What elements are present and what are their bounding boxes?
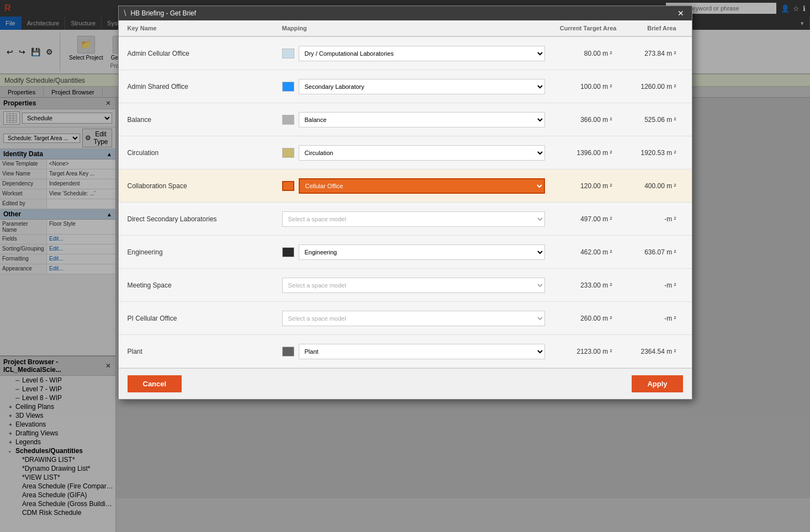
modal-back-icon: \	[124, 9, 126, 18]
mapping-cell-admin-cellular: Dry / Computational Laboratories	[282, 46, 545, 61]
modal-rows-container[interactable]: Admin Cellular Office Dry / Computationa…	[119, 37, 692, 368]
modal-overlay: \ HB Briefing - Get Brief ✕ Key Name Map…	[0, 0, 810, 532]
modal-row-admin-shared: Admin Shared Office Secondary Laboratory…	[119, 70, 692, 103]
modal-apply-button[interactable]: Apply	[632, 375, 682, 392]
key-name-pi-cellular: PI Cellular Office	[128, 315, 282, 322]
mapping-select-engineering[interactable]: Engineering	[299, 244, 545, 260]
brief-pi-cellular: -m ²	[617, 315, 683, 322]
modal-row-meeting: Meeting Space Select a space model 233.0…	[119, 269, 692, 302]
modal-row-engineering: Engineering Engineering 462.00 m ² 636.0…	[119, 236, 692, 269]
col-current-header: Current Target Area	[545, 25, 617, 31]
mapping-select-pi-cellular[interactable]: Select a space model	[282, 311, 545, 326]
mapping-cell-engineering: Engineering	[282, 244, 545, 260]
current-meeting: 233.00 m ²	[545, 281, 617, 289]
modal-title: HB Briefing - Get Brief	[130, 9, 675, 17]
mapping-cell-balance: Balance	[282, 112, 545, 127]
get-brief-modal: \ HB Briefing - Get Brief ✕ Key Name Map…	[118, 6, 692, 400]
mapping-cell-pi-cellular: Select a space model	[282, 311, 545, 326]
color-box-engineering	[282, 247, 294, 257]
modal-row-balance: Balance Balance 366.00 m ² 525.06 m ²	[119, 103, 692, 136]
key-name-direct-secondary: Direct Secondary Laboratories	[128, 215, 282, 223]
color-box-admin-cellular	[282, 49, 294, 58]
mapping-cell-collaboration: Cellular Office	[282, 178, 545, 194]
mapping-select-direct-secondary[interactable]: Select a space model	[282, 211, 545, 227]
key-name-balance: Balance	[128, 116, 282, 124]
current-pi-cellular: 260.00 m ²	[545, 315, 617, 322]
modal-table-header: Key Name Mapping Current Target Area Bri…	[119, 20, 692, 37]
mapping-cell-admin-shared: Secondary Laboratory	[282, 79, 545, 94]
current-admin-cellular: 80.00 m ²	[545, 50, 617, 57]
modal-row-circulation: Circulation Circulation 1396.00 m ² 1920…	[119, 136, 692, 169]
mapping-select-plant[interactable]: Plant	[299, 344, 545, 359]
modal-row-collaboration: Collaboration Space Cellular Office 120.…	[119, 169, 692, 203]
modal-footer: Cancel Apply	[119, 368, 692, 399]
modal-cancel-button[interactable]: Cancel	[128, 375, 182, 392]
current-plant: 2123.00 m ²	[545, 348, 617, 355]
modal-row-plant: Plant Plant 2123.00 m ² 2364.54 m ²	[119, 335, 692, 368]
mapping-cell-direct-secondary: Select a space model	[282, 211, 545, 227]
key-name-collaboration: Collaboration Space	[128, 182, 282, 190]
brief-circulation: 1920.53 m ²	[617, 149, 683, 157]
key-name-admin-cellular: Admin Cellular Office	[128, 50, 282, 57]
mapping-select-meeting[interactable]: Select a space model	[282, 278, 545, 293]
mapping-select-collaboration[interactable]: Cellular Office	[299, 178, 545, 194]
modal-row-pi-cellular: PI Cellular Office Select a space model …	[119, 302, 692, 335]
modal-row-direct-secondary: Direct Secondary Laboratories Select a s…	[119, 203, 692, 236]
color-box-circulation	[282, 148, 294, 158]
mapping-cell-circulation: Circulation	[282, 145, 545, 161]
mapping-select-balance[interactable]: Balance	[299, 112, 545, 127]
brief-admin-cellular: 273.84 m ²	[617, 50, 683, 57]
current-collaboration: 120.00 m ²	[545, 182, 617, 190]
col-mapping-header: Mapping	[282, 25, 545, 31]
color-box-admin-shared	[282, 82, 294, 92]
current-admin-shared: 100.00 m ²	[545, 83, 617, 91]
brief-admin-shared: 1260.00 m ²	[617, 83, 683, 91]
col-key-header: Key Name	[128, 25, 282, 31]
current-direct-secondary: 497.00 m ²	[545, 215, 617, 223]
brief-plant: 2364.54 m ²	[617, 348, 683, 355]
key-name-plant: Plant	[128, 348, 282, 355]
brief-engineering: 636.07 m ²	[617, 248, 683, 256]
mapping-select-admin-cellular[interactable]: Dry / Computational Laboratories	[299, 46, 545, 61]
col-brief-header: Brief Area	[617, 25, 683, 31]
current-engineering: 462.00 m ²	[545, 248, 617, 256]
mapping-select-circulation[interactable]: Circulation	[299, 145, 545, 161]
color-box-balance	[282, 115, 294, 125]
mapping-cell-plant: Plant	[282, 344, 545, 359]
modal-row-admin-cellular: Admin Cellular Office Dry / Computationa…	[119, 37, 692, 70]
brief-direct-secondary: -m ²	[617, 215, 683, 223]
current-circulation: 1396.00 m ²	[545, 149, 617, 157]
brief-meeting: -m ²	[617, 281, 683, 289]
key-name-admin-shared: Admin Shared Office	[128, 83, 282, 91]
current-balance: 366.00 m ²	[545, 116, 617, 124]
mapping-select-admin-shared[interactable]: Secondary Laboratory	[299, 79, 545, 94]
modal-close-button[interactable]: ✕	[675, 9, 686, 18]
color-box-collaboration	[282, 181, 294, 191]
key-name-engineering: Engineering	[128, 248, 282, 256]
key-name-meeting: Meeting Space	[128, 281, 282, 289]
modal-titlebar: \ HB Briefing - Get Brief ✕	[119, 6, 692, 20]
brief-balance: 525.06 m ²	[617, 116, 683, 124]
key-name-circulation: Circulation	[128, 149, 282, 157]
mapping-cell-meeting: Select a space model	[282, 278, 545, 293]
color-box-plant	[282, 347, 294, 357]
brief-collaboration: 400.00 m ²	[617, 182, 683, 190]
